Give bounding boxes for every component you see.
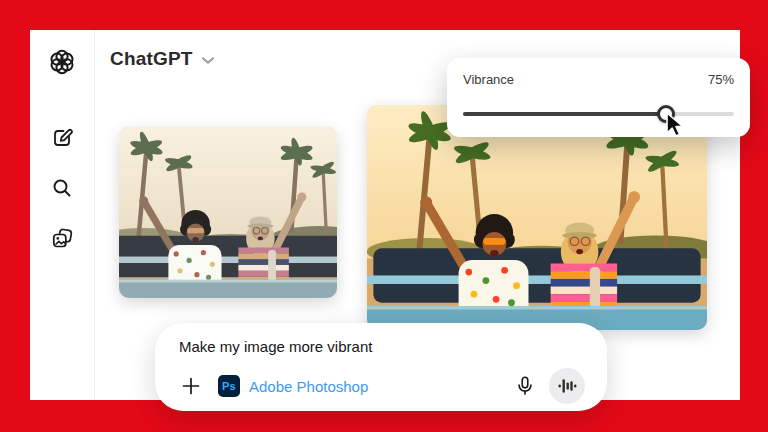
vibrance-value: 75%: [708, 72, 734, 87]
voice-waveform-icon: [557, 376, 577, 396]
vibrance-slider[interactable]: [463, 104, 734, 122]
composer-message[interactable]: Make my image more vibrant: [179, 338, 585, 355]
promo-frame: ChatGPT Vibrance 75%: [0, 0, 768, 432]
voice-mode-button[interactable]: [549, 368, 585, 404]
sidebar: [30, 30, 95, 400]
edited-vibrant-image[interactable]: [367, 105, 707, 330]
microphone-icon[interactable]: [512, 373, 538, 399]
photoshop-ps-icon: Ps: [218, 375, 240, 397]
vibrance-slider-thumb[interactable]: [657, 105, 675, 123]
chevron-down-icon: [201, 56, 215, 65]
vibrance-slider-fill: [463, 112, 666, 116]
vibrance-label: Vibrance: [463, 72, 514, 87]
app-title: ChatGPT: [110, 48, 193, 70]
vibrance-panel: Vibrance 75%: [447, 58, 750, 137]
original-image[interactable]: [119, 127, 337, 298]
new-chat-icon[interactable]: [49, 125, 75, 151]
plus-icon[interactable]: [179, 374, 203, 398]
library-icon[interactable]: [49, 225, 75, 251]
search-icon[interactable]: [49, 175, 75, 201]
plugin-name: Adobe Photoshop: [249, 378, 368, 395]
model-picker[interactable]: ChatGPT: [110, 48, 215, 70]
openai-logo-icon[interactable]: [46, 46, 78, 78]
composer[interactable]: Make my image more vibrant Ps Adobe Phot…: [155, 323, 607, 411]
adobe-photoshop-plugin[interactable]: Ps Adobe Photoshop: [218, 375, 368, 397]
